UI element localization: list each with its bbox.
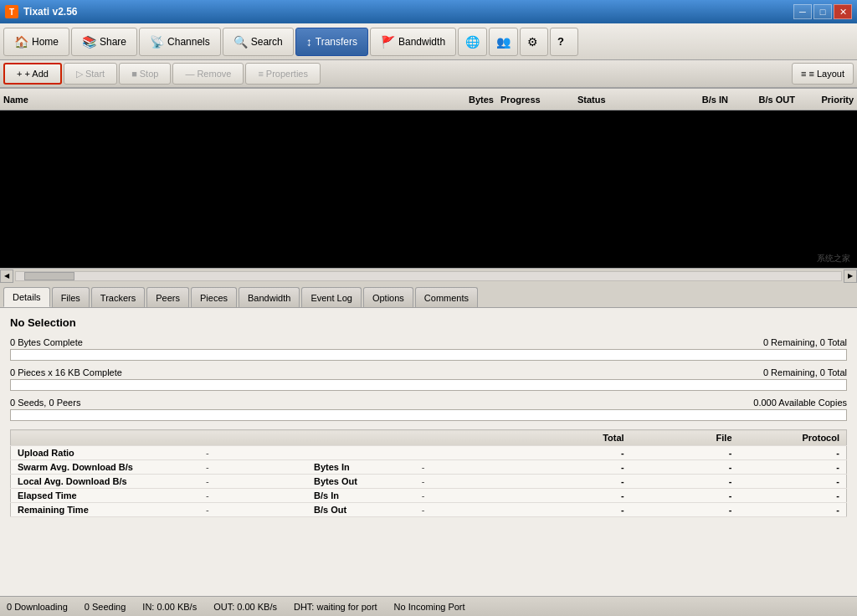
network-icon: 🌐 (465, 35, 480, 49)
tab-trackers-label: Trackers (100, 293, 136, 303)
tab-files[interactable]: Files (52, 287, 90, 307)
nav-users[interactable]: 👥 (489, 28, 518, 56)
header-bsin: B/s IN (661, 95, 728, 105)
stats-total-0: - (523, 446, 631, 460)
stats-value-4: - (199, 503, 307, 517)
stats-row-4: Remaining Time - B/s Out - - - - (11, 503, 847, 517)
header-priority: Priority (795, 95, 854, 105)
nav-settings[interactable]: ⚙ (520, 28, 548, 56)
header-status: Status (577, 95, 661, 105)
stats-value2-3: - (415, 489, 523, 503)
stats-total-2: - (523, 475, 631, 489)
transfers-icon: ↕ (306, 35, 312, 49)
status-dht: DHT: waiting for port (294, 602, 377, 612)
pieces-complete-label: 0 Pieces x 16 KB Complete (10, 367, 122, 377)
stats-header-c3 (307, 430, 415, 446)
nav-network[interactable]: 🌐 (458, 28, 487, 56)
nav-help[interactable]: ? (550, 28, 578, 56)
tab-comments[interactable]: Comments (415, 287, 478, 307)
nav-search[interactable]: 🔍 Search (223, 28, 294, 56)
stats-value-2: - (199, 475, 307, 489)
stats-row-3: Elapsed Time - B/s In - - - - (11, 489, 847, 503)
start-label: Start (85, 69, 105, 79)
nav-channels[interactable]: 📡 Channels (139, 28, 221, 56)
stats-header-protocol: Protocol (739, 430, 847, 446)
stats-label-0: Upload Ratio (11, 446, 200, 460)
title-bar: T Tixati v2.56 ─ □ ✕ (0, 0, 857, 23)
stop-label: Stop (140, 69, 159, 79)
details-panel: No Selection 0 Bytes Complete 0 Remainin… (0, 308, 857, 596)
remove-icon: — (185, 69, 194, 79)
stats-protocol-0: - (739, 446, 847, 460)
tab-bandwidth-label: Bandwidth (248, 293, 290, 303)
bytes-remaining-label: 0 Remaining, 0 Total (763, 337, 847, 347)
scroll-track[interactable] (15, 271, 842, 281)
status-seeding: 0 Seeding (85, 602, 126, 612)
properties-button[interactable]: ≡ Properties (245, 63, 321, 85)
settings-icon: ⚙ (527, 35, 538, 49)
tab-peers[interactable]: Peers (146, 287, 189, 307)
stop-button[interactable]: ■ Stop (119, 63, 171, 85)
stats-total-4: - (523, 503, 631, 517)
stats-file-2: - (631, 475, 739, 489)
tab-details-label: Details (13, 292, 41, 302)
status-downloading: 0 Downloading (7, 602, 68, 612)
details-title: No Selection (10, 316, 847, 329)
nav-share-label: Share (100, 36, 126, 48)
add-button[interactable]: + + Add (3, 63, 62, 85)
scroll-right-button[interactable]: ▶ (844, 270, 857, 283)
scroll-thumb[interactable] (24, 272, 74, 280)
scrollbar-horizontal[interactable]: ◀ ▶ (0, 268, 857, 283)
stats-row-2: Local Avg. Download B/s - Bytes Out - - … (11, 475, 847, 489)
header-bytes: Bytes (444, 95, 494, 105)
status-incoming: No Incoming Port (394, 602, 465, 612)
stats-label2-0 (307, 446, 415, 460)
stats-file-4: - (631, 503, 739, 517)
maximize-button[interactable]: □ (813, 4, 832, 19)
tab-options[interactable]: Options (363, 287, 413, 307)
tab-pieces-label: Pieces (200, 293, 228, 303)
properties-label: Properties (266, 69, 308, 79)
search-icon: 🔍 (233, 35, 248, 49)
stats-file-0: - (631, 446, 739, 460)
stats-file-3: - (631, 489, 739, 503)
properties-icon: ≡ (258, 69, 263, 79)
header-progress: Progress (494, 95, 577, 105)
stop-icon: ■ (131, 69, 137, 79)
tab-pieces[interactable]: Pieces (191, 287, 237, 307)
layout-label: ≡ Layout (808, 69, 844, 79)
tab-bandwidth[interactable]: Bandwidth (239, 287, 300, 307)
stats-total-3: - (523, 489, 631, 503)
app-icon: T (5, 5, 18, 18)
layout-button[interactable]: ≡ ≡ Layout (792, 63, 854, 85)
nav-share[interactable]: 📚 Share (71, 28, 137, 56)
start-button[interactable]: ▷ Start (64, 63, 117, 85)
add-label: + Add (24, 69, 48, 79)
bytes-complete-label: 0 Bytes Complete (10, 337, 83, 347)
nav-bandwidth-label: Bandwidth (398, 36, 445, 48)
remove-label: Remove (197, 69, 231, 79)
tab-details[interactable]: Details (3, 287, 50, 307)
stats-protocol-2: - (739, 475, 847, 489)
transfer-list[interactable]: 系统之家 (0, 110, 857, 268)
remove-button[interactable]: — Remove (172, 63, 244, 85)
stats-value2-4: - (415, 503, 523, 517)
nav-bandwidth[interactable]: 🚩 Bandwidth (370, 28, 456, 56)
nav-transfers[interactable]: ↕ Transfers (295, 28, 368, 56)
tab-eventlog[interactable]: Event Log (301, 287, 362, 307)
watermark: 系统之家 (817, 253, 850, 264)
nav-transfers-label: Transfers (316, 36, 357, 48)
stats-label2-3: B/s In (307, 489, 415, 503)
nav-home[interactable]: 🏠 Home (3, 28, 69, 56)
seeds-stat-row: 0 Seeds, 0 Peers 0.000 Available Copies (10, 398, 847, 408)
minimize-button[interactable]: ─ (793, 4, 812, 19)
scroll-left-button[interactable]: ◀ (0, 270, 13, 283)
status-in-rate: IN: 0.00 KB/s (142, 602, 197, 612)
bandwidth-icon: 🚩 (381, 35, 395, 49)
close-button[interactable]: ✕ (834, 4, 852, 19)
help-icon: ? (557, 35, 564, 48)
stats-value-0: - (199, 446, 307, 460)
tab-trackers[interactable]: Trackers (91, 287, 145, 307)
stats-header-file: File (631, 430, 739, 446)
seeds-peers-label: 0 Seeds, 0 Peers (10, 398, 80, 408)
